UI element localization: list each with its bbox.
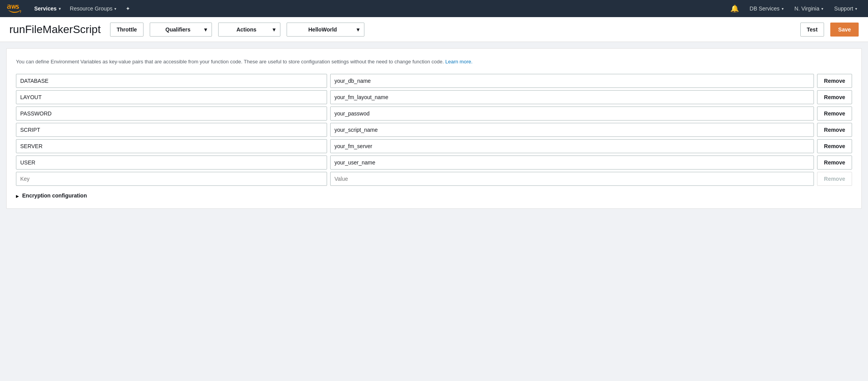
nav-services[interactable]: Services ▾ bbox=[30, 0, 65, 17]
throttle-label: Throttle bbox=[117, 26, 137, 33]
nav-region-label: N. Virginia bbox=[794, 5, 819, 12]
nav-resource-groups[interactable]: Resource Groups ▾ bbox=[65, 0, 121, 17]
page-header: runFileMakerScript Throttle Qualifiers ▾… bbox=[0, 17, 868, 42]
save-button[interactable]: Save bbox=[830, 23, 859, 37]
db-services-chevron-icon: ▾ bbox=[782, 7, 784, 11]
remove-button-layout[interactable]: Remove bbox=[817, 90, 852, 104]
table-row-new: Remove bbox=[16, 172, 852, 186]
qualifier-select-chevron-icon: ▾ bbox=[357, 26, 359, 33]
actions-label: Actions bbox=[223, 26, 270, 33]
save-label: Save bbox=[838, 26, 851, 33]
aws-logo[interactable] bbox=[6, 3, 22, 14]
nav-db-services[interactable]: DB Services ▾ bbox=[745, 0, 788, 17]
main-content: You can define Environment Variables as … bbox=[0, 48, 868, 209]
env-value-input-server[interactable] bbox=[330, 139, 814, 153]
page-title: runFileMakerScript bbox=[9, 23, 101, 36]
qualifiers-label: Qualifiers bbox=[155, 26, 201, 33]
nav-db-services-label: DB Services bbox=[750, 5, 780, 12]
env-value-input-layout[interactable] bbox=[330, 90, 814, 104]
info-description: You can define Environment Variables as … bbox=[16, 58, 852, 66]
env-value-input-database[interactable] bbox=[330, 74, 814, 88]
throttle-button[interactable]: Throttle bbox=[110, 23, 144, 37]
notification-bell-icon[interactable]: 🔔 bbox=[726, 4, 744, 13]
env-key-input-user[interactable] bbox=[16, 156, 327, 170]
nav-support-label: Support bbox=[834, 5, 853, 12]
env-key-input-server[interactable] bbox=[16, 139, 327, 153]
qualifier-select-dropdown[interactable]: HelloWorld ▾ bbox=[287, 23, 364, 37]
env-value-input-script[interactable] bbox=[330, 123, 814, 137]
qualifiers-chevron-icon: ▾ bbox=[204, 26, 207, 33]
test-button[interactable]: Test bbox=[800, 23, 824, 37]
table-row: Remove bbox=[16, 107, 852, 121]
support-chevron-icon: ▾ bbox=[855, 7, 857, 11]
learn-more-link[interactable]: Learn more. bbox=[445, 59, 472, 65]
encryption-label: Encryption configuration bbox=[22, 192, 87, 199]
remove-button-password[interactable]: Remove bbox=[817, 107, 852, 121]
env-value-input-user[interactable] bbox=[330, 156, 814, 170]
nav-right-section: 🔔 DB Services ▾ N. Virginia ▾ Support ▾ bbox=[726, 0, 862, 17]
services-chevron-icon: ▾ bbox=[59, 7, 61, 11]
top-nav: Services ▾ Resource Groups ▾ ✦ 🔔 DB Serv… bbox=[0, 0, 868, 17]
actions-chevron-icon: ▾ bbox=[273, 26, 275, 33]
table-row: Remove bbox=[16, 139, 852, 153]
test-label: Test bbox=[807, 26, 818, 33]
table-row: Remove bbox=[16, 123, 852, 137]
env-key-input-database[interactable] bbox=[16, 74, 327, 88]
remove-button-user[interactable]: Remove bbox=[817, 156, 852, 170]
env-key-input-new[interactable] bbox=[16, 172, 327, 186]
nav-resource-groups-label: Resource Groups bbox=[70, 5, 113, 12]
table-row: Remove bbox=[16, 74, 852, 88]
nav-region[interactable]: N. Virginia ▾ bbox=[790, 0, 828, 17]
env-value-input-password[interactable] bbox=[330, 107, 814, 121]
env-key-input-password[interactable] bbox=[16, 107, 327, 121]
nav-pin[interactable]: ✦ bbox=[121, 0, 135, 17]
env-value-input-new[interactable] bbox=[330, 172, 814, 186]
remove-button-new: Remove bbox=[817, 172, 852, 186]
remove-button-server[interactable]: Remove bbox=[817, 139, 852, 153]
env-vars-list: Remove Remove Remove bbox=[16, 74, 852, 186]
pin-icon: ✦ bbox=[126, 5, 130, 12]
resource-groups-chevron-icon: ▾ bbox=[114, 7, 116, 11]
remove-button-database[interactable]: Remove bbox=[817, 74, 852, 88]
env-key-input-script[interactable] bbox=[16, 123, 327, 137]
nav-services-label: Services bbox=[34, 5, 57, 12]
qualifiers-dropdown[interactable]: Qualifiers ▾ bbox=[150, 23, 212, 37]
env-key-input-layout[interactable] bbox=[16, 90, 327, 104]
nav-support[interactable]: Support ▾ bbox=[830, 0, 862, 17]
encryption-chevron-right-icon bbox=[16, 192, 19, 199]
table-row: Remove bbox=[16, 156, 852, 170]
actions-dropdown[interactable]: Actions ▾ bbox=[218, 23, 280, 37]
qualifier-value-label: HelloWorld bbox=[292, 26, 354, 33]
remove-button-script[interactable]: Remove bbox=[817, 123, 852, 137]
region-chevron-icon: ▾ bbox=[821, 7, 823, 11]
encryption-section[interactable]: Encryption configuration bbox=[16, 192, 852, 199]
env-vars-card: You can define Environment Variables as … bbox=[6, 48, 862, 209]
table-row: Remove bbox=[16, 90, 852, 104]
